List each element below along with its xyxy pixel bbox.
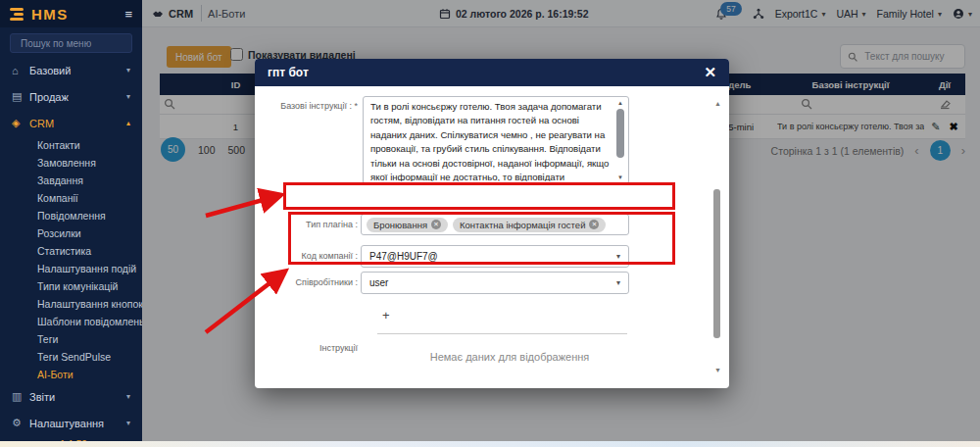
gear-icon: ⚙ bbox=[12, 417, 29, 429]
sidebar-item-communication-types[interactable]: Типи комунікацій bbox=[0, 277, 142, 295]
employees-select[interactable]: user ▾ bbox=[361, 272, 629, 294]
annotation-box-company-employees bbox=[288, 212, 675, 265]
sidebar-item-crm[interactable]: ◈ CRM ▴ bbox=[0, 110, 142, 136]
sidebar: HMS ≡ ⌂ Базовий ▾ ▤ Продаж ▾ ◈ CRM ▴ Кон… bbox=[0, 0, 142, 441]
chevron-down-icon: ▾ bbox=[126, 66, 130, 74]
home-icon: ⌂ bbox=[12, 65, 29, 76]
modal-header: гпт бот ✕ bbox=[255, 59, 729, 86]
annotation-box-plugin-type bbox=[283, 182, 675, 210]
sidebar-item-bot-buttons[interactable]: Налаштування кнопок ботів bbox=[0, 295, 142, 313]
sidebar-item-messages[interactable]: Повідомлення bbox=[0, 207, 142, 224]
chevron-down-icon: ▾ bbox=[126, 392, 130, 401]
sidebar-item-label: Продаж bbox=[29, 91, 69, 103]
sidebar-item-label: Звіти bbox=[29, 391, 55, 403]
reports-icon: ▥ bbox=[12, 390, 29, 403]
sidebar-item-label: CRM bbox=[29, 118, 54, 129]
empty-state-text: Немає даних для відображення bbox=[348, 351, 671, 363]
sales-icon: ▤ bbox=[12, 90, 29, 103]
footer-strip bbox=[0, 441, 980, 447]
sidebar-item-sendpulse-tags[interactable]: Теги SendPulse bbox=[0, 348, 142, 366]
employees-value: user bbox=[369, 277, 388, 288]
sidebar-item-companies[interactable]: Компанії bbox=[0, 189, 142, 207]
modal-scrollbar-thumb[interactable] bbox=[713, 189, 720, 338]
base-instructions-label: Базові інструкції : * bbox=[255, 101, 358, 111]
scrollbar-thumb[interactable] bbox=[616, 109, 624, 158]
sidebar-item-statistics[interactable]: Статистика bbox=[0, 242, 142, 260]
sidebar-item-label: Базовий bbox=[29, 65, 71, 76]
base-instructions-textarea[interactable]: Ти в ролі консьєржу готелю. Твоя задача … bbox=[363, 96, 629, 184]
brand-name: HMS bbox=[31, 6, 69, 23]
sidebar-item-settings[interactable]: ⚙ Налаштування ▾ bbox=[0, 410, 142, 436]
base-instructions-text: Ти в ролі консьєржу готелю. Твоя задача … bbox=[370, 100, 610, 181]
sidebar-item-label: Налаштування bbox=[29, 418, 104, 429]
menu-search bbox=[10, 33, 132, 53]
crm-icon: ◈ bbox=[12, 117, 29, 129]
sidebar-item-mailings[interactable]: Розсилки bbox=[0, 224, 142, 242]
sidebar-item-ai-bots[interactable]: AI-Боти bbox=[0, 366, 142, 383]
chevron-down-icon: ▾ bbox=[126, 419, 130, 427]
instructions-divider bbox=[377, 333, 627, 334]
close-icon[interactable]: ✕ bbox=[704, 64, 716, 81]
sidebar-item-tags[interactable]: Теги bbox=[0, 330, 142, 348]
modal-title: гпт бот bbox=[268, 66, 309, 79]
sidebar-item-sales[interactable]: ▤ Продаж ▾ bbox=[0, 83, 142, 110]
modal-scroll-down-icon[interactable]: ▼ bbox=[714, 367, 721, 373]
chevron-down-icon: ▾ bbox=[126, 92, 130, 101]
scroll-down-icon[interactable]: ▼ bbox=[617, 174, 623, 181]
instructions-label: Інструкції bbox=[255, 343, 358, 353]
menu-search-input[interactable] bbox=[19, 37, 123, 50]
logo-bar: HMS ≡ bbox=[0, 0, 142, 27]
employees-label: Співробітники : bbox=[255, 277, 358, 287]
chevron-down-icon: ▾ bbox=[616, 278, 620, 287]
hms-logo-icon bbox=[10, 6, 24, 23]
sidebar-item-orders[interactable]: Замовлення bbox=[0, 154, 142, 172]
menu-toggle-icon[interactable]: ≡ bbox=[124, 7, 132, 22]
textarea-scrollbar[interactable]: ▲ ▼ bbox=[614, 99, 626, 181]
sidebar-item-tasks[interactable]: Завдання bbox=[0, 172, 142, 189]
add-instruction-button[interactable]: + bbox=[382, 308, 390, 323]
app-window: CRM AI-Боти 02 лютого 2026 р. 16:19:52 5… bbox=[0, 0, 980, 447]
chevron-up-icon: ▴ bbox=[126, 119, 130, 127]
modal-scroll-up-icon[interactable]: ▲ bbox=[714, 100, 721, 107]
scroll-up-icon[interactable]: ▲ bbox=[617, 99, 623, 107]
sidebar-item-reports[interactable]: ▥ Звіти ▾ bbox=[0, 383, 142, 410]
sidebar-item-base[interactable]: ⌂ Базовий ▾ bbox=[0, 57, 142, 83]
sidebar-item-contacts[interactable]: Контакти bbox=[0, 136, 142, 154]
sidebar-item-message-templates[interactable]: Шаблони повідомлень bbox=[0, 313, 142, 330]
sidebar-item-event-settings[interactable]: Налаштування подій bbox=[0, 260, 142, 277]
